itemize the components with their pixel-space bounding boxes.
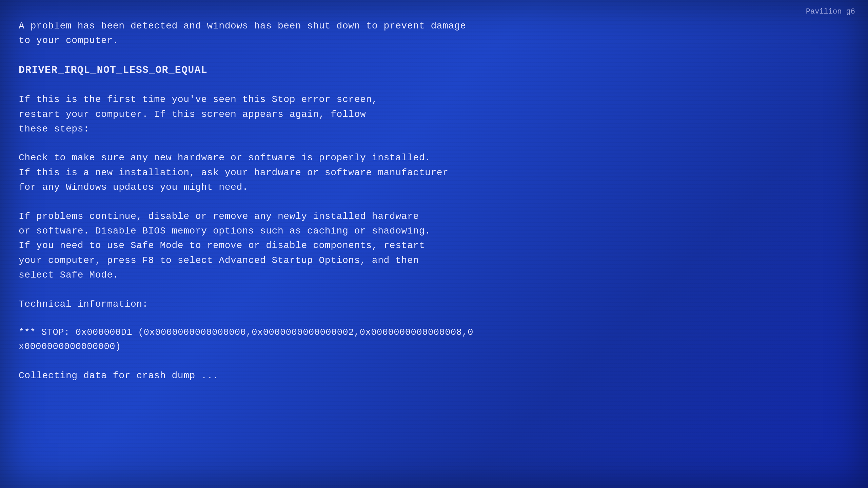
para3-line5: select Safe Mode.	[19, 268, 473, 282]
bsod-screen: Pavilion g6 A problem has been detected …	[0, 0, 868, 488]
para1-line2: restart your computer. If this screen ap…	[19, 107, 473, 122]
para1-line3: these steps:	[19, 122, 473, 136]
para1-line1: If this is the first time you've seen th…	[19, 92, 473, 107]
para3-line1: If problems continue, disable or remove …	[19, 209, 473, 224]
stop-line2: x0000000000000000)	[19, 340, 473, 354]
para3-line4: your computer, press F8 to select Advanc…	[19, 253, 473, 268]
para2-line3: for any Windows updates you might need.	[19, 180, 473, 195]
para2-line2: If this is a new installation, ask your …	[19, 165, 473, 180]
collecting-dump: Collecting data for crash dump ...	[19, 368, 473, 383]
header-line1: A problem has been detected and windows …	[19, 19, 473, 33]
error-code: DRIVER_IRQL_NOT_LESS_OR_EQUAL	[19, 62, 473, 78]
header-line2: to your computer.	[19, 33, 473, 48]
bsod-content: A problem has been detected and windows …	[19, 19, 473, 383]
watermark-label: Pavilion g6	[806, 7, 855, 16]
para3-line3: If you need to use Safe Mode to remove o…	[19, 238, 473, 253]
technical-header: Technical information:	[19, 297, 473, 311]
para3-line2: or software. Disable BIOS memory options…	[19, 224, 473, 238]
stop-line1: *** STOP: 0x000000D1 (0x0000000000000000…	[19, 326, 473, 340]
para2-line1: Check to make sure any new hardware or s…	[19, 150, 473, 165]
